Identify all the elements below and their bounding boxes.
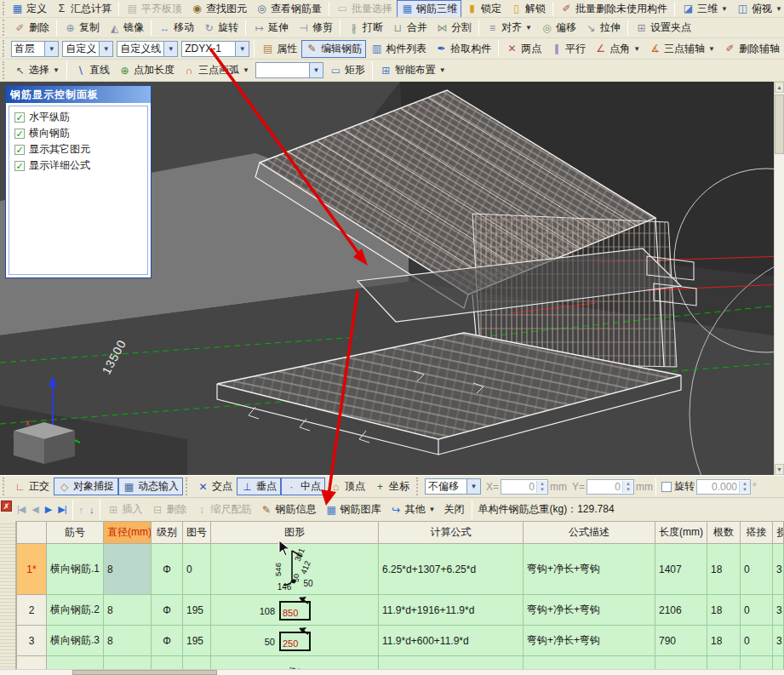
cell-formula[interactable]: 6.25*d+1307+6.25*d <box>379 544 524 595</box>
cell-formula[interactable] <box>379 656 524 670</box>
last-record-button[interactable]: ▶| <box>54 504 69 515</box>
x-input[interactable]: 0▲▼ <box>501 479 548 495</box>
scrollbar-thumb[interactable] <box>72 670 217 675</box>
spinner-arrows-icon[interactable]: ▲▼ <box>739 481 750 493</box>
toolbar-grip[interactable] <box>3 61 7 79</box>
spinner-arrows-icon[interactable]: ▲▼ <box>622 481 633 493</box>
vertical-scrollbar[interactable]: ▲ ▼ <box>774 82 784 475</box>
select-button[interactable]: ↖选择▼ <box>9 61 64 79</box>
define-button[interactable]: ▦定义 <box>7 0 51 18</box>
table-row-partial[interactable]: 06 16 <box>17 656 784 670</box>
cell-length[interactable]: 1407 <box>655 544 707 595</box>
mirror-button[interactable]: ◭镜像 <box>104 19 148 37</box>
move-up-button[interactable]: ↑ <box>76 505 87 515</box>
cell-shape-diagram[interactable]: 06 16 <box>211 656 379 670</box>
checkbox-checked-icon[interactable]: ✓ <box>14 145 25 155</box>
header-diameter[interactable]: 直径(mm) <box>104 522 152 544</box>
delete-aux-axis-button[interactable]: ✐删除辅轴 <box>719 40 784 58</box>
checkbox-checked-icon[interactable]: ✓ <box>14 161 25 171</box>
view-rebar-qty-button[interactable]: ◎查看钢筋量 <box>251 0 326 18</box>
spinner-arrows-icon[interactable]: ▲▼ <box>536 481 547 493</box>
intersection-snap-button[interactable]: ✕交点 <box>192 478 237 495</box>
cell-length[interactable]: 2106 <box>655 595 707 626</box>
dynamic-input-button[interactable]: ▦动态输入 <box>118 478 183 495</box>
cell-figure-no[interactable]: 195 <box>183 595 211 626</box>
cell-bar-name[interactable]: 横向钢筋.2 <box>47 595 104 626</box>
point-angle-button[interactable]: ∠点角▼ <box>590 40 644 58</box>
table-row[interactable]: 3 横向钢筋.3 8 Φ 195 50 250 11.9*d+600+11.9*… <box>17 626 784 656</box>
rebar-library-button[interactable]: ▦钢筋图库 <box>321 501 386 518</box>
move-button[interactable]: ↔移动 <box>154 19 198 37</box>
top-view-button[interactable]: ◫俯视▼ <box>732 0 784 18</box>
batch-select-button[interactable]: ▭批量选择 <box>332 0 397 18</box>
coordinate-snap-button[interactable]: +坐标 <box>369 478 414 495</box>
move-down-button[interactable]: ↓ <box>86 505 97 515</box>
split-button[interactable]: ⋈分割 <box>432 19 476 37</box>
unlock-button[interactable]: ▯解锁 <box>506 0 550 18</box>
cell-diameter[interactable] <box>104 656 152 670</box>
cell-shape-diagram[interactable]: 546 301 412 50 146 50 <box>211 544 379 595</box>
perpendicular-snap-button[interactable]: ⊥垂点 <box>237 478 281 495</box>
edit-rebar-button[interactable]: ✎编辑钢筋 <box>301 40 366 58</box>
header-formula[interactable]: 计算公式 <box>379 522 524 544</box>
toolbar-grip[interactable] <box>3 40 7 57</box>
element-combo[interactable]: ZDYX-1▼ <box>181 41 249 57</box>
cell-length[interactable]: 790 <box>655 626 707 656</box>
cell-count[interactable] <box>707 656 741 670</box>
close-icon[interactable]: ✗ <box>1 501 12 512</box>
cell-grade[interactable]: Φ <box>152 595 183 626</box>
cell-lap[interactable]: 0 <box>741 626 773 656</box>
row-number[interactable]: 1* <box>17 544 47 595</box>
cell-figure-no[interactable]: 0 <box>183 544 211 595</box>
cell-formula-desc[interactable]: 弯钩+净长+弯钩 <box>524 595 655 626</box>
cell-figure-no[interactable] <box>183 656 211 670</box>
insert-row-button[interactable]: ⊞插入 <box>103 501 147 518</box>
scrollbar-thumb[interactable] <box>775 94 784 154</box>
three-point-aux-axis-button[interactable]: ∡三点辅轴▼ <box>644 40 719 58</box>
batch-delete-unused-button[interactable]: ✐批量删除未使用构件 <box>556 0 672 18</box>
cell-loss[interactable]: 3 <box>773 626 784 656</box>
trim-button[interactable]: ⊣修剪 <box>293 19 337 37</box>
header-loss[interactable]: 损耗 <box>773 522 784 544</box>
other-menu-button[interactable]: ↪其他▼ <box>386 501 440 518</box>
floor-combo[interactable]: 首层▼ <box>11 41 59 57</box>
scroll-down-icon[interactable]: ▼ <box>775 464 784 475</box>
vertex-snap-button[interactable]: ⌂顶点 <box>325 478 369 495</box>
point-plus-length-button[interactable]: ⊕点加长度 <box>114 61 179 79</box>
copy-button[interactable]: ⊕复制 <box>60 19 104 37</box>
arc-option-combo[interactable]: ▼ <box>255 62 323 78</box>
merge-button[interactable]: ⊔合并 <box>387 19 432 37</box>
header-lap[interactable]: 搭接 <box>741 522 773 544</box>
cell-shape-diagram[interactable]: 108 850 <box>211 595 379 626</box>
cell-length[interactable] <box>655 656 707 670</box>
cell-formula[interactable]: 11.9*d+1916+11.9*d <box>379 595 524 626</box>
prev-record-button[interactable]: ◀ <box>28 504 41 515</box>
object-snap-button[interactable]: ◇对象捕捉 <box>54 478 118 495</box>
properties-button[interactable]: ▤属性 <box>257 40 301 58</box>
line-button[interactable]: ∖直线 <box>70 61 114 79</box>
rotate-button[interactable]: ↻旋转 <box>198 19 243 37</box>
panel-title[interactable]: 钢筋显示控制面板 <box>6 86 151 103</box>
cell-loss[interactable] <box>773 656 784 670</box>
header-corner[interactable] <box>17 522 47 544</box>
cell-grade[interactable] <box>152 656 183 670</box>
next-record-button[interactable]: ▶ <box>42 504 54 515</box>
component-list-button[interactable]: ▥构件列表 <box>366 40 431 58</box>
option-transverse-rebar[interactable]: ✓横向钢筋 <box>13 125 146 141</box>
row-number[interactable]: 2 <box>17 595 47 626</box>
delete-row-button[interactable]: ⊟删除 <box>147 501 192 518</box>
cell-count[interactable]: 18 <box>707 595 741 626</box>
scaled-rebar-button[interactable]: ↕缩尺配筋 <box>192 501 256 518</box>
y-input[interactable]: 0▲▼ <box>587 479 634 495</box>
toolbar-grip[interactable] <box>186 478 190 495</box>
cell-grade[interactable]: Φ <box>152 626 183 656</box>
toolbar-grip[interactable] <box>416 478 421 495</box>
cell-diameter[interactable]: 8 <box>104 626 152 656</box>
rectangle-button[interactable]: ▭矩形 <box>325 61 369 79</box>
stretch-button[interactable]: ↘拉伸 <box>581 19 625 37</box>
rotate-input[interactable]: 0.000▲▼ <box>696 479 751 495</box>
rotate-checkbox[interactable] <box>661 482 672 492</box>
three-point-arc-button[interactable]: ∩三点画弧▼ <box>179 61 254 79</box>
lock-button[interactable]: ▮锁定 <box>461 0 506 18</box>
header-length[interactable]: 长度(mm) <box>655 522 707 544</box>
